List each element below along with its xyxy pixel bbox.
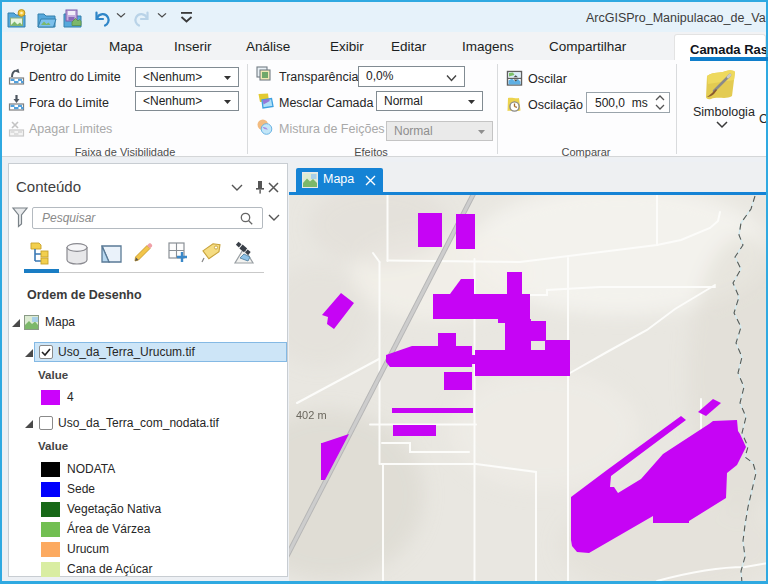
- svg-text:402 m: 402 m: [296, 409, 327, 421]
